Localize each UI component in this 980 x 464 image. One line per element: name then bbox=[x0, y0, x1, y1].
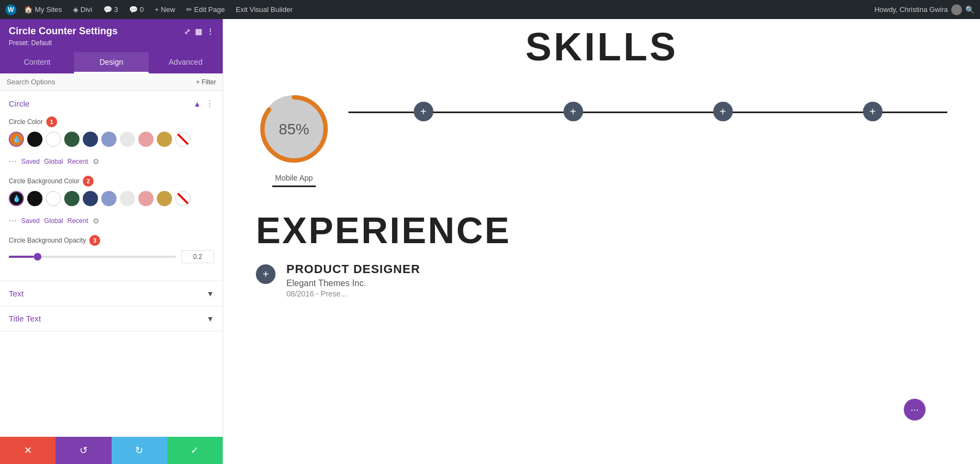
swatch-navy-2[interactable] bbox=[83, 191, 98, 206]
swatch-darkgreen-1[interactable] bbox=[64, 132, 79, 147]
undo-button[interactable]: ↺ bbox=[56, 437, 111, 464]
color-recent-1[interactable]: Recent bbox=[68, 158, 88, 165]
panel-title-text: Circle Counter Settings bbox=[9, 26, 118, 37]
section-title-text-header[interactable]: Title Text ▼ bbox=[0, 306, 223, 331]
add-exp-btn[interactable]: + bbox=[256, 264, 275, 284]
edit-page-item[interactable]: ✏ Edit Page bbox=[183, 0, 228, 19]
circle-bg-opacity-badge: 3 bbox=[89, 235, 100, 246]
opacity-value-input[interactable] bbox=[181, 250, 214, 263]
circle-bg-color-badge: 2 bbox=[83, 176, 94, 187]
opacity-slider-thumb[interactable] bbox=[34, 253, 41, 261]
swatch-darkgreen-2[interactable] bbox=[64, 191, 79, 206]
circle-bg-color-swatches: 💧 bbox=[9, 191, 214, 206]
circle-underline bbox=[272, 185, 316, 187]
exit-label: Exit Visual Builder bbox=[236, 5, 293, 14]
swatch-gold-1[interactable] bbox=[157, 132, 172, 147]
circle-bg-opacity-label: Circle Background Opacity 3 bbox=[9, 235, 214, 246]
section-title-text-title: Title Text bbox=[9, 314, 41, 323]
resize-icon[interactable]: ⤢ bbox=[184, 27, 191, 36]
columns-icon[interactable]: ▦ bbox=[195, 27, 202, 36]
eyedropper-icon: 💧 bbox=[13, 135, 21, 143]
section-text-header[interactable]: Text ▼ bbox=[0, 281, 223, 306]
redo-button[interactable]: ↻ bbox=[112, 437, 167, 464]
circles-row: 85% Mobile App + + + + bbox=[223, 80, 980, 198]
circle-color-label: Circle Color 1 bbox=[9, 116, 214, 127]
swatch-black-2[interactable] bbox=[27, 191, 42, 206]
gear-icon-2[interactable]: ⚙ bbox=[93, 216, 100, 225]
chevron-up-icon[interactable]: ▲ bbox=[193, 100, 201, 108]
add-circle-btn-3[interactable]: + bbox=[713, 102, 733, 121]
swatch-gold-2[interactable] bbox=[157, 191, 172, 206]
floating-dots-button[interactable]: ··· bbox=[904, 399, 926, 420]
color-recent-2[interactable]: Recent bbox=[68, 217, 88, 225]
confirm-button[interactable]: ✓ bbox=[167, 437, 223, 464]
section-circle-controls: ▲ ⋮ bbox=[193, 98, 214, 109]
howdy-text: Howdy, Christina Gwira bbox=[874, 5, 948, 14]
comments-item[interactable]: 💬 3 bbox=[100, 0, 121, 19]
company-name: Elegant Themes Inc. bbox=[286, 279, 947, 288]
user-avatar[interactable] bbox=[951, 4, 962, 15]
circle-bg-color-setting: Circle Background Color 2 💧 bbox=[9, 176, 214, 226]
exit-builder-item[interactable]: Exit Visual Builder bbox=[232, 0, 296, 19]
wordpress-icon[interactable]: W bbox=[5, 4, 16, 15]
tab-design[interactable]: Design bbox=[74, 52, 148, 73]
exp-content: PRODUCT DESIGNER Elegant Themes Inc. 08/… bbox=[286, 262, 947, 298]
comments-zero-item[interactable]: 💬 0 bbox=[126, 0, 147, 19]
circle-color-meta: ··· Saved Global Recent ⚙ bbox=[9, 151, 214, 167]
swatch-periwinkle-1[interactable] bbox=[101, 132, 117, 147]
section-dots-icon[interactable]: ⋮ bbox=[205, 98, 214, 109]
add-circle-btn-2[interactable]: + bbox=[564, 102, 583, 121]
plus-column-3: + bbox=[648, 91, 798, 121]
search-icon-admin[interactable]: 🔍 bbox=[965, 5, 975, 14]
swatch-lightgray-2[interactable] bbox=[120, 191, 135, 206]
opacity-slider-fill bbox=[9, 256, 34, 258]
swatch-white-1[interactable] bbox=[46, 132, 61, 147]
divi-item[interactable]: ◈ Divi bbox=[70, 0, 96, 19]
swatch-lightpink-2[interactable] bbox=[138, 191, 154, 206]
circle-bg-opacity-setting: Circle Background Opacity 3 bbox=[9, 235, 214, 263]
add-circle-btn-4[interactable]: + bbox=[863, 102, 883, 121]
section-circle-body: Circle Color 1 💧 bbox=[0, 116, 223, 281]
comments-count: 3 bbox=[114, 5, 118, 14]
cancel-button[interactable]: ✕ bbox=[0, 437, 56, 464]
swatch-periwinkle-2[interactable] bbox=[101, 191, 117, 206]
color-meta-dots-1[interactable]: ··· bbox=[9, 156, 17, 167]
comments-icon: 💬 bbox=[103, 5, 112, 14]
section-circle-title: Circle bbox=[9, 99, 29, 108]
add-circle-btn-1[interactable]: + bbox=[414, 102, 433, 121]
circle-label: Mobile App bbox=[275, 174, 313, 182]
search-input[interactable] bbox=[7, 78, 196, 86]
tab-advanced[interactable]: Advanced bbox=[149, 52, 223, 73]
swatch-none-1[interactable] bbox=[175, 132, 191, 147]
swatch-lightpink-1[interactable] bbox=[138, 132, 154, 147]
section-text-controls: ▼ bbox=[206, 289, 214, 298]
swatch-orange[interactable]: 💧 bbox=[9, 132, 24, 147]
my-sites-item[interactable]: 🏠 My Sites bbox=[21, 0, 65, 19]
gear-icon-1[interactable]: ⚙ bbox=[93, 157, 100, 166]
plus-column-1: + bbox=[348, 91, 498, 121]
swatch-white-2[interactable] bbox=[46, 191, 61, 206]
edit-icon: ✏ bbox=[186, 5, 192, 14]
color-global-2[interactable]: Global bbox=[44, 217, 63, 225]
filter-button[interactable]: + Filter bbox=[196, 78, 216, 86]
swatch-none-2[interactable] bbox=[175, 191, 191, 206]
swatch-black-1[interactable] bbox=[27, 132, 42, 147]
tab-content[interactable]: Content bbox=[0, 52, 74, 73]
plus-column-4: + bbox=[798, 91, 947, 121]
color-global-1[interactable]: Global bbox=[44, 158, 63, 165]
swatch-navy-1[interactable] bbox=[83, 132, 98, 147]
new-item[interactable]: + New bbox=[151, 0, 179, 19]
section-circle-header[interactable]: Circle ▲ ⋮ bbox=[0, 91, 223, 116]
more-icon[interactable]: ⋮ bbox=[206, 27, 214, 36]
circle-color-badge: 1 bbox=[46, 116, 57, 127]
swatch-dark[interactable]: 💧 bbox=[9, 191, 24, 206]
eyedropper-icon-2: 💧 bbox=[13, 195, 21, 202]
color-meta-dots-2[interactable]: ··· bbox=[9, 215, 17, 226]
chevron-down-icon-title[interactable]: ▼ bbox=[206, 314, 214, 323]
preset-label[interactable]: Preset: Default bbox=[9, 39, 214, 47]
swatch-lightgray-1[interactable] bbox=[120, 132, 135, 147]
color-saved-2[interactable]: Saved bbox=[21, 217, 40, 225]
color-saved-1[interactable]: Saved bbox=[21, 158, 40, 165]
chevron-down-icon-text[interactable]: ▼ bbox=[206, 289, 214, 298]
new-label: New bbox=[161, 5, 175, 14]
